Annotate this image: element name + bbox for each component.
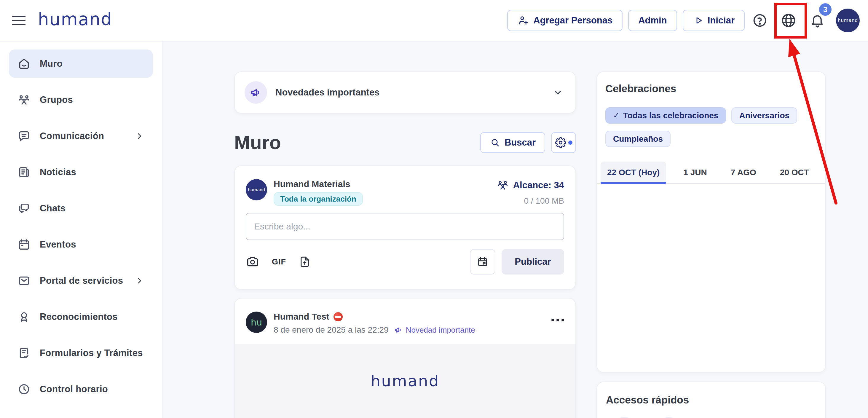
post-avatar: hu bbox=[246, 311, 267, 333]
help-icon[interactable] bbox=[750, 9, 769, 32]
camera-icon[interactable] bbox=[246, 255, 259, 269]
chevron-right-icon bbox=[134, 276, 145, 286]
filter-chip-label: Cumpleaños bbox=[613, 134, 663, 144]
celebration-filters: ✓ Todas las celebraciones Aniversarios C… bbox=[606, 107, 817, 147]
workspace: Novedades importantes Muro Buscar bbox=[162, 41, 868, 418]
feed-header-row: Muro Buscar bbox=[234, 132, 576, 153]
header-actions: Agregar Personas Admin Iniciar bbox=[507, 9, 860, 32]
feed-column: Novedades importantes Muro Buscar bbox=[234, 41, 576, 418]
sidebar-item-noticias[interactable]: Noticias bbox=[9, 158, 153, 186]
page-title: Muro bbox=[234, 131, 281, 154]
sidebar-item-control-horario[interactable]: Control horario bbox=[9, 375, 153, 403]
filter-chip-todas[interactable]: ✓ Todas las celebraciones bbox=[606, 107, 726, 124]
humand-logo: humand bbox=[38, 9, 112, 29]
feed-settings-button[interactable] bbox=[551, 132, 576, 153]
play-icon bbox=[693, 15, 704, 26]
add-people-button[interactable]: Agregar Personas bbox=[507, 10, 623, 31]
chats-icon bbox=[17, 202, 31, 215]
hamburger-menu-icon[interactable] bbox=[12, 16, 26, 25]
important-news-tag[interactable]: Novedad importante bbox=[394, 326, 475, 335]
gear-icon bbox=[555, 137, 566, 148]
megaphone-icon bbox=[394, 326, 403, 334]
sidebar-item-comunicacion[interactable]: Comunicación bbox=[9, 122, 153, 150]
filter-chip-label: Aniversarios bbox=[739, 111, 789, 120]
sidebar-item-label: Grupos bbox=[40, 95, 73, 105]
schedule-post-button[interactable] bbox=[470, 249, 495, 274]
globe-icon[interactable] bbox=[779, 9, 798, 32]
calendar-schedule-icon bbox=[477, 256, 489, 268]
sidebar-item-portal-servicios[interactable]: Portal de servicios bbox=[9, 267, 153, 295]
sidebar-item-label: Noticias bbox=[40, 167, 76, 178]
chat-bubble-icon bbox=[17, 129, 31, 143]
gif-button[interactable]: GIF bbox=[272, 257, 286, 267]
sidebar-item-label: Muro bbox=[40, 58, 63, 69]
chevron-down-icon[interactable] bbox=[552, 87, 563, 98]
megaphone-icon-circle bbox=[245, 81, 267, 104]
sidebar-item-label: Reconocimientos bbox=[40, 311, 118, 322]
humand-app: humand Agregar Personas Admin Iniciar bbox=[0, 0, 868, 418]
important-news-banner[interactable]: Novedades importantes bbox=[234, 71, 576, 114]
user-avatar[interactable]: humand bbox=[836, 9, 860, 32]
start-button[interactable]: Iniciar bbox=[683, 10, 745, 31]
sidebar-item-grupos[interactable]: Grupos bbox=[9, 86, 153, 114]
settings-notification-dot bbox=[568, 141, 572, 145]
person-add-icon bbox=[517, 14, 529, 26]
quick-access-card: Accesos rápidos bbox=[596, 382, 826, 418]
tab-22-oct-hoy[interactable]: 22 OCT (Hoy) bbox=[600, 161, 666, 183]
admin-label: Admin bbox=[638, 15, 667, 26]
calendar-icon bbox=[17, 238, 31, 251]
check-icon: ✓ bbox=[613, 111, 620, 120]
tab-20-oct[interactable]: 20 OCT bbox=[773, 161, 815, 183]
form-check-icon bbox=[17, 346, 31, 360]
add-people-label: Agregar Personas bbox=[533, 15, 613, 26]
upload-quota-label: 0 / 100 MB bbox=[497, 196, 564, 206]
composer-author-name: Humand Materials bbox=[274, 179, 363, 189]
post-image-humand-wordmark: humand bbox=[371, 372, 439, 390]
post-author-name: Humand Test bbox=[274, 311, 329, 322]
search-button[interactable]: Buscar bbox=[480, 132, 545, 153]
post-timestamp: 8 de enero de 2025 a las 22:29 bbox=[274, 325, 389, 335]
publish-button[interactable]: Publicar bbox=[502, 249, 564, 274]
no-entry-emoji bbox=[334, 312, 343, 321]
home-icon bbox=[17, 57, 31, 70]
post-composer-card: humand Humand Materials Toda la organiza… bbox=[234, 166, 576, 290]
envelope-icon bbox=[17, 274, 31, 288]
megaphone-icon bbox=[250, 86, 262, 99]
file-upload-icon[interactable] bbox=[299, 256, 311, 268]
award-icon bbox=[17, 310, 31, 324]
sidebar-item-label: Formularios y Trámites bbox=[40, 348, 143, 358]
quick-access-title: Accesos rápidos bbox=[606, 394, 816, 406]
sidebar-item-label: Control horario bbox=[40, 384, 108, 395]
filter-chip-cumpleanos[interactable]: Cumpleaños bbox=[606, 131, 671, 147]
sidebar-item-formularios[interactable]: Formularios y Trámites bbox=[9, 339, 153, 367]
groups-icon bbox=[17, 93, 31, 107]
composer-text-input[interactable] bbox=[246, 213, 564, 240]
sidebar-item-label: Chats bbox=[40, 203, 66, 214]
sidebar-item-label: Eventos bbox=[40, 239, 76, 250]
sidebar-item-reconocimientos[interactable]: Reconocimientos bbox=[9, 303, 153, 331]
celebrations-title: Celebraciones bbox=[606, 83, 817, 95]
tab-7-ago[interactable]: 7 AGO bbox=[724, 161, 763, 183]
celebration-date-tabs: 22 OCT (Hoy) 1 JUN 7 AGO 20 OCT bbox=[597, 161, 825, 184]
tab-1-jun[interactable]: 1 JUN bbox=[677, 161, 713, 183]
reach-label: Alcance: 34 bbox=[513, 180, 564, 190]
sidebar-item-label: Portal de servicios bbox=[40, 275, 123, 286]
celebrations-card: Celebraciones ✓ Todas las celebraciones … bbox=[596, 71, 826, 372]
important-news-tag-label: Novedad importante bbox=[406, 326, 475, 335]
notifications-bell-icon[interactable]: 3 bbox=[808, 9, 827, 32]
audience-badge[interactable]: Toda la organización bbox=[274, 192, 363, 206]
post-options-ellipsis-icon[interactable] bbox=[551, 311, 564, 321]
reach-people-icon bbox=[497, 179, 509, 191]
news-icon bbox=[17, 166, 31, 179]
composer-avatar: humand bbox=[246, 179, 267, 200]
sidebar-item-eventos[interactable]: Eventos bbox=[9, 230, 153, 259]
post-image: humand bbox=[235, 344, 576, 418]
sidebar-nav: Muro Grupos Comunicación Noticias bbox=[0, 41, 162, 418]
clock-icon bbox=[17, 382, 31, 396]
sidebar-item-chats[interactable]: Chats bbox=[9, 194, 153, 222]
search-icon bbox=[490, 137, 500, 148]
admin-button[interactable]: Admin bbox=[628, 10, 677, 31]
filter-chip-aniversarios[interactable]: Aniversarios bbox=[731, 107, 797, 124]
sidebar-item-muro[interactable]: Muro bbox=[9, 50, 153, 78]
search-label: Buscar bbox=[504, 137, 536, 148]
